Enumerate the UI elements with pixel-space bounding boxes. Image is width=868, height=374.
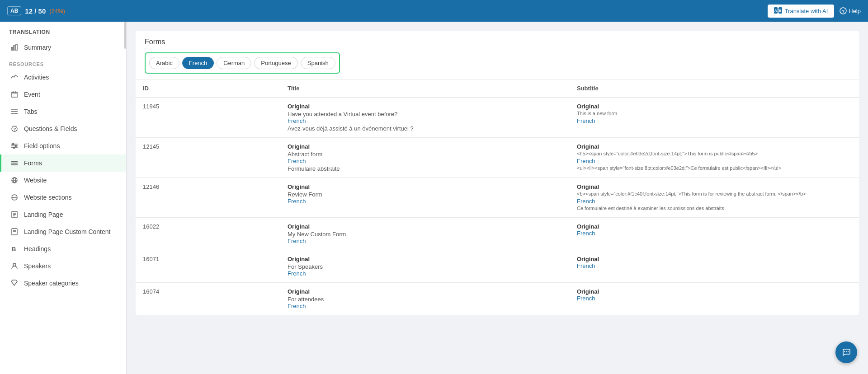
subtitle-french-link[interactable]: French	[577, 117, 852, 124]
lang-tab-arabic[interactable]: Arabic	[149, 57, 179, 69]
cell-subtitle: Original<b><span style="color:#f1c40f;fo…	[570, 178, 859, 218]
headings-icon: B	[10, 245, 19, 253]
cell-subtitle: OriginalThis is a new formFrench	[570, 98, 859, 138]
translate-ai-button[interactable]: A B Translate with AI	[768, 5, 835, 18]
cell-id: 16071	[136, 250, 280, 283]
lang-tab-portuguese[interactable]: Portuguese	[254, 57, 298, 69]
bar-chart-icon	[10, 43, 19, 51]
title-original-text: Abstract form	[288, 151, 562, 158]
count-total: 50	[38, 7, 46, 15]
sidebar-item-summary[interactable]: Summary	[0, 39, 126, 56]
cell-title: OriginalReview FormFrench	[280, 178, 570, 218]
website-sections-icon	[10, 193, 19, 201]
sidebar-item-questions-fields[interactable]: ? Questions & Fields	[0, 120, 126, 137]
svg-rect-8	[16, 44, 17, 50]
col-header-id: ID	[136, 79, 280, 98]
sidebar-item-website[interactable]: Website	[0, 172, 126, 189]
table-row: 16074OriginalFor attendeesFrenchOriginal…	[136, 283, 859, 315]
title-french-link[interactable]: French	[288, 270, 562, 277]
sidebar-item-field-options[interactable]: Field options	[0, 137, 126, 154]
title-original-text: For attendees	[288, 296, 562, 303]
landing-page-custom-icon	[10, 228, 19, 236]
questions-fields-label: Questions & Fields	[24, 125, 77, 132]
sidebar-item-forms[interactable]: Forms	[0, 154, 126, 172]
title-original-label: Original	[288, 183, 562, 190]
main-layout: TRANSLATION Summary RESOURCES Activities	[0, 22, 868, 374]
sidebar-item-speaker-categories[interactable]: Speaker categories	[0, 275, 126, 292]
subtitle-french-link[interactable]: French	[577, 262, 852, 269]
headings-label: Headings	[24, 245, 51, 252]
sidebar-item-landing-page-custom[interactable]: Landing Page Custom Content	[0, 223, 126, 240]
questions-fields-icon: ?	[10, 125, 19, 133]
subtitle-french-link[interactable]: French	[577, 158, 852, 164]
cell-title: OriginalAbstract formFrenchFormulaire ab…	[280, 138, 570, 178]
sidebar-item-activities[interactable]: Activities	[0, 69, 126, 86]
chat-bubble[interactable]	[835, 341, 857, 363]
sidebar-item-headings[interactable]: B Headings	[0, 240, 126, 257]
svg-text:A: A	[774, 9, 777, 13]
forms-label: Forms	[24, 159, 42, 167]
sidebar-item-landing-page[interactable]: Landing Page	[0, 206, 126, 223]
subtitle-french-text: <ul><li><span style="font-size:8pt;color…	[577, 164, 852, 172]
table-row: 16071OriginalFor SpeakersFrenchOriginalF…	[136, 250, 859, 283]
title-french-link[interactable]: French	[288, 117, 562, 124]
svg-point-37	[846, 351, 847, 352]
cell-title: OriginalFor SpeakersFrench	[280, 250, 570, 283]
speakers-label: Speakers	[24, 262, 51, 270]
cell-id: 16022	[136, 218, 280, 250]
title-original-label: Original	[288, 256, 562, 262]
sidebar-item-tabs[interactable]: Tabs	[0, 103, 126, 120]
cell-title: OriginalMy New Custom FormFrench	[280, 218, 570, 250]
lang-tab-spanish[interactable]: Spanish	[301, 57, 335, 69]
website-icon	[10, 176, 19, 184]
subtitle-french-link[interactable]: French	[577, 230, 852, 237]
forms-table: ID Title Subtitle 11945OriginalHave you …	[136, 79, 859, 315]
cell-id: 12146	[136, 178, 280, 218]
translation-percent: (24%)	[49, 8, 65, 14]
sidebar-item-event[interactable]: Event	[0, 86, 126, 103]
tabs-icon	[10, 108, 19, 116]
subtitle-original-text: This is a new form	[577, 110, 852, 117]
table-row: 12145OriginalAbstract formFrenchFormulai…	[136, 138, 859, 178]
field-options-label: Field options	[24, 142, 60, 150]
lang-tab-german[interactable]: German	[217, 57, 251, 69]
svg-text:?: ?	[842, 9, 845, 14]
subtitle-french-link[interactable]: French	[577, 295, 852, 302]
sidebar-item-website-sections[interactable]: Website sections	[0, 189, 126, 206]
language-tabs-container: Arabic French German Portuguese Spanish	[145, 52, 340, 74]
summary-label: Summary	[24, 44, 51, 51]
activities-label: Activities	[24, 74, 49, 81]
help-button[interactable]: ? Help	[840, 7, 861, 14]
title-french-text: Formulaire abstraite	[288, 165, 562, 172]
forms-panel: Forms Arabic French German Portuguese Sp…	[136, 31, 859, 315]
lang-tab-french[interactable]: French	[182, 57, 214, 69]
speakers-icon	[10, 262, 19, 270]
svg-rect-6	[11, 47, 13, 50]
title-original-text: My New Custom Form	[288, 231, 562, 238]
sidebar-title: TRANSLATION	[0, 22, 126, 39]
field-options-icon	[10, 142, 19, 150]
speaker-categories-label: Speaker categories	[24, 280, 79, 287]
topbar-right: A B Translate with AI ? Help	[768, 5, 861, 18]
help-icon: ?	[840, 7, 847, 14]
chat-icon	[841, 347, 851, 357]
sidebar-scrollbar-thumb	[124, 22, 126, 49]
resources-section-label: RESOURCES	[0, 56, 126, 69]
cell-id: 11945	[136, 98, 280, 138]
landing-page-custom-label: Landing Page Custom Content	[24, 228, 110, 235]
title-french-link[interactable]: French	[288, 158, 562, 164]
table-row: 11945OriginalHave you attended a Virtual…	[136, 98, 859, 138]
event-label: Event	[24, 91, 40, 98]
title-french-link[interactable]: French	[288, 238, 562, 244]
sidebar-scrollbar[interactable]	[123, 22, 126, 374]
title-french-link[interactable]: French	[288, 198, 562, 205]
subtitle-french-link[interactable]: French	[577, 198, 852, 205]
content-area: Forms Arabic French German Portuguese Sp…	[127, 22, 868, 374]
subtitle-original-text: <b><span style="color:#f1c40f;font-size:…	[577, 190, 852, 198]
title-french-link[interactable]: French	[288, 303, 562, 309]
cell-id: 12145	[136, 138, 280, 178]
translation-count: 12 / 50	[25, 7, 46, 15]
sidebar-item-speakers[interactable]: Speakers	[0, 257, 126, 275]
subtitle-original-label: Original	[577, 183, 852, 190]
subtitle-french-text: Ce formulaire est destiné à examiner les…	[577, 205, 852, 212]
